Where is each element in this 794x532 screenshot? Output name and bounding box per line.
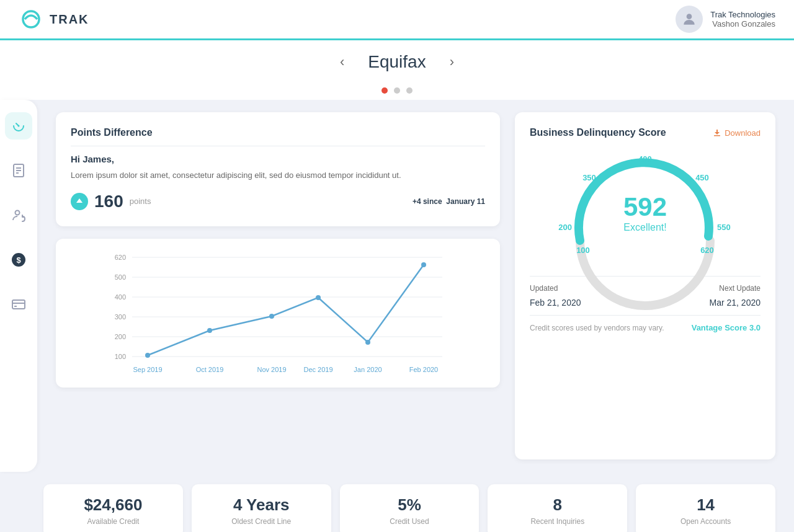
points-row: 160 points +4 since January 11: [71, 192, 485, 211]
company-name: Trak Technologies: [710, 10, 775, 19]
points-arrow-icon: [71, 193, 88, 210]
sidebar-item-card[interactable]: [5, 291, 32, 318]
svg-text:300: 300: [115, 313, 126, 321]
points-unit: points: [130, 197, 151, 206]
stat-oldest-credit-line: 4 Years Oldest Credit Line: [192, 484, 331, 532]
score-footer: Credit scores used by vendors may vary. …: [530, 323, 761, 332]
gauge-label: Excellent!: [623, 222, 667, 233]
arrow-up-icon: [75, 197, 84, 206]
score-header: Business Delinquency Score Download: [530, 127, 761, 138]
credit-note: Credit scores used by vendors may vary.: [530, 324, 664, 332]
points-left: 160 points: [71, 192, 151, 211]
tick-350: 350: [582, 173, 596, 182]
svg-text:200: 200: [115, 333, 126, 340]
tick-100: 100: [576, 246, 590, 255]
since-prefix: +4 since: [413, 197, 442, 206]
carousel-nav: ‹ Equifax ›: [0, 40, 794, 100]
chart-card: 620 500 400 300 200 100: [56, 239, 500, 388]
svg-rect-12: [14, 306, 17, 307]
updated-label: Updated: [530, 284, 558, 293]
gauge-container: 400 450 550 620 100 200 350 592 Excellen…: [558, 144, 732, 268]
dot-2[interactable]: [394, 87, 400, 94]
content-area: Points Difference Hi James, Lorem ipsum …: [37, 100, 794, 472]
next-update-group: Next Update: [719, 284, 761, 293]
vantage-value: 3.0: [749, 323, 761, 332]
svg-point-1: [687, 14, 692, 19]
user-icon: [681, 11, 697, 27]
points-body: Lorem ipsum dolor sit amet, consectetur …: [71, 169, 485, 182]
next-update-label: Next Update: [719, 284, 761, 293]
card-icon: [11, 297, 26, 312]
stat-value-4: 14: [648, 495, 763, 515]
updated-group: Updated: [530, 284, 558, 293]
download-icon: [713, 128, 721, 137]
tick-400: 400: [638, 154, 652, 164]
points-card-title: Points Difference: [71, 127, 485, 138]
logo-text: TRAK: [50, 12, 89, 27]
svg-point-2: [18, 125, 20, 127]
carousel-prev-button[interactable]: ‹: [335, 51, 349, 73]
sidebar-item-user[interactable]: [5, 202, 32, 229]
chart-area: 620 500 400 300 200 100: [68, 251, 488, 375]
stat-label-2: Credit Used: [352, 517, 467, 526]
sidebar-item-gauge[interactable]: [5, 112, 32, 140]
svg-rect-10: [12, 300, 25, 309]
main-layout: $ Points Difference Hi James, Lorem ipsu…: [0, 100, 794, 472]
stat-credit-used: 5% Credit Used: [340, 484, 480, 532]
user-info: Trak Technologies Vashon Gonzales: [710, 10, 775, 29]
user-refresh-icon: [11, 208, 26, 223]
svg-text:$: $: [16, 255, 21, 265]
svg-text:400: 400: [115, 293, 126, 301]
svg-text:Feb 2020: Feb 2020: [409, 366, 438, 373]
vantage-label: Vantage Score: [692, 323, 747, 332]
points-greeting: Hi James,: [71, 154, 485, 164]
stat-value-3: 8: [500, 495, 615, 515]
svg-text:Oct 2019: Oct 2019: [196, 366, 224, 373]
user-area: Trak Technologies Vashon Gonzales: [676, 6, 775, 33]
dot-3[interactable]: [406, 87, 413, 94]
tick-200: 200: [558, 223, 572, 232]
svg-rect-37: [714, 135, 720, 136]
stat-open-accounts: 14 Open Accounts: [636, 484, 775, 532]
gauge-score: 592: [623, 192, 667, 222]
score-title: Business Delinquency Score: [530, 127, 666, 138]
bottom-stats: $24,660 Available Credit 4 Years Oldest …: [0, 472, 794, 532]
dollar-icon: $: [11, 252, 26, 267]
sidebar-item-dollar[interactable]: $: [5, 246, 32, 273]
svg-point-7: [16, 211, 20, 215]
dot-1[interactable]: [381, 87, 388, 94]
svg-point-27: [269, 314, 274, 319]
points-card: Points Difference Hi James, Lorem ipsum …: [56, 112, 500, 226]
download-label: Download: [725, 128, 761, 138]
score-card: Business Delinquency Score Download: [515, 112, 775, 459]
score-dates-row: Updated Next Update: [530, 284, 761, 293]
stat-label-3: Recent Inquiries: [500, 517, 615, 526]
svg-text:Dec 2019: Dec 2019: [303, 366, 332, 373]
svg-point-28: [316, 295, 321, 300]
score-divider: [530, 276, 761, 277]
points-value: 160: [94, 192, 123, 211]
carousel-dots: [381, 87, 413, 94]
carousel-next-button[interactable]: ›: [445, 51, 459, 73]
svg-point-26: [207, 328, 212, 333]
next-date: Mar 21, 2020: [710, 298, 761, 308]
svg-point-29: [365, 340, 370, 345]
stat-recent-inquiries: 8 Recent Inquiries: [488, 484, 627, 532]
svg-text:Sep 2019: Sep 2019: [133, 366, 162, 373]
stat-label-1: Oldest Credit Line: [204, 517, 319, 526]
logo-icon: [19, 9, 43, 30]
carousel-title-row: ‹ Equifax ›: [335, 51, 459, 73]
gauge-center: 592 Excellent!: [623, 192, 667, 233]
stat-value-0: $24,660: [56, 495, 171, 515]
tick-620: 620: [700, 246, 714, 255]
logo-area: TRAK: [19, 9, 89, 30]
svg-point-25: [145, 353, 150, 358]
sidebar-item-document[interactable]: [5, 157, 32, 184]
since-text: +4 since January 11: [413, 197, 485, 206]
tick-450: 450: [695, 173, 709, 182]
svg-text:620: 620: [115, 254, 126, 261]
tick-550: 550: [717, 223, 731, 232]
vantage-text: Vantage Score 3.0: [692, 323, 761, 332]
document-icon: [11, 163, 26, 178]
download-button[interactable]: Download: [713, 128, 761, 138]
